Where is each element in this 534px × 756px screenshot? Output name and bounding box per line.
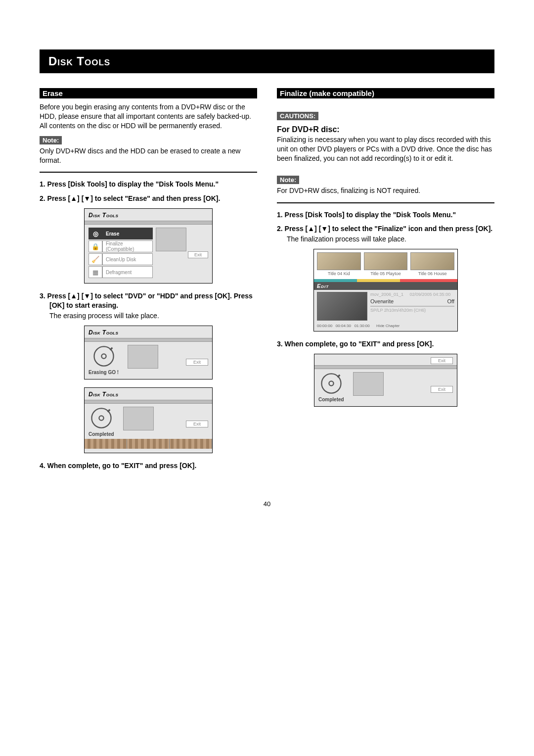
- menu-item-finalize[interactable]: 🔒 Finalize (Compatible): [89, 240, 153, 252]
- edit-label: Edit: [314, 282, 457, 290]
- menu-label: Erase: [102, 228, 153, 239]
- menu-label: Defragment: [102, 266, 153, 278]
- edit-screenshot: Title 04 Kid Title 05 Playtoe Title 06 H…: [313, 249, 458, 331]
- menu-item-cleanup[interactable]: 🧹 CleanUp Disk: [89, 253, 153, 265]
- finalize-body: Finalizing is necessary when you want to…: [277, 135, 494, 163]
- finalize-steps: 1. Press [Disk Tools] to display the "Di…: [277, 210, 494, 244]
- overwrite-label: Overwrite Off: [370, 298, 454, 305]
- menu-item-defrag[interactable]: ▦ Defragment: [89, 266, 153, 278]
- hide-chapter: Hide Chapter: [376, 324, 400, 328]
- erasing-screenshot: Disk Tools Erasing GO ! Exit: [84, 326, 213, 379]
- exit-button[interactable]: Exit: [186, 359, 208, 366]
- erase-steps-cont: 3. Press [▲] [▼] to select "DVD" or "HDD…: [40, 291, 257, 321]
- menu-item-erase[interactable]: ◎ Erase: [89, 228, 153, 239]
- thumb[interactable]: Title 04 Kid: [317, 252, 361, 276]
- erase-step-1: 1. Press [Disk Tools] to display the "Di…: [40, 180, 257, 189]
- step-text: 3. Press [▲] [▼] to select "DVD" or "HDD…: [40, 292, 253, 309]
- status-icon-column: Completed: [318, 372, 344, 402]
- title-thumbnails: Title 04 Kid Title 05 Playtoe Title 06 H…: [314, 249, 457, 279]
- page-number: 40: [40, 500, 494, 508]
- erase-steps: 1. Press [Disk Tools] to display the "Di…: [40, 180, 257, 203]
- exit-button-top[interactable]: Exit: [431, 357, 453, 364]
- ui-divider: [314, 365, 457, 369]
- thumb[interactable]: Title 05 Playtoe: [364, 252, 408, 276]
- exit-button[interactable]: Exit: [188, 251, 208, 258]
- two-column-layout: Erase Before you begin erasing any conte…: [40, 88, 494, 475]
- step-text: 2. Press [▲] [▼] to select the "Finalize…: [277, 225, 492, 233]
- step-subtext: The finalization process will take place…: [287, 235, 494, 244]
- erase-step-2: 2. Press [▲] [▼] to select "Erase" and t…: [40, 194, 257, 203]
- blocks-icon: ▦: [89, 266, 102, 278]
- finalize-step-1: 1. Press [Disk Tools] to display the "Di…: [277, 210, 494, 220]
- svg-point-1: [101, 354, 106, 358]
- note-text: For DVD+RW discs, finalizing is NOT requ…: [277, 186, 494, 195]
- for-dvdr-heading: For DVD+R disc:: [277, 125, 494, 134]
- ui-divider: [85, 400, 212, 404]
- finalize-steps-end: 3. When complete, go to "EXIT" and press…: [277, 339, 494, 349]
- lock-icon: 🔒: [89, 240, 102, 252]
- erase-header: Erase: [40, 88, 257, 98]
- disc-spin-icon: [320, 372, 343, 395]
- erase-step-3: 3. Press [▲] [▼] to select "DVD" or "HDD…: [40, 291, 257, 321]
- disc-spin-icon: [90, 407, 113, 429]
- preview-box: [156, 228, 186, 251]
- ui-title: Disk Tools: [89, 391, 208, 398]
- ui-title: Disk Tools: [89, 212, 208, 219]
- note-label: Note:: [40, 136, 62, 144]
- disc-spin-icon: [92, 345, 115, 368]
- edit-footer: 00:00:00 00:04:30 01:30:00 Hide Chapter: [314, 323, 457, 331]
- note-label: Note:: [277, 176, 299, 184]
- preview-pane: [317, 292, 367, 321]
- status-text: Completed: [89, 431, 114, 437]
- edit-info: mov_2006_01_1 02/09/2005 04:35:00 Overwr…: [370, 292, 454, 321]
- preview-box: [128, 345, 158, 369]
- disk-tools-menu-screenshot: Disk Tools ◎ Erase 🔒 Finalize (Compatibl…: [84, 208, 213, 284]
- divider: [40, 172, 257, 173]
- cautions-label: CAUTIONS:: [277, 112, 318, 120]
- ui-divider: [85, 338, 212, 342]
- svg-point-5: [329, 381, 333, 386]
- svg-point-3: [99, 416, 103, 420]
- note-text: Only DVD+RW discs and the HDD can be era…: [40, 146, 257, 165]
- status-icon-column: Erasing GO !: [89, 345, 119, 375]
- exit-button[interactable]: Exit: [431, 386, 453, 393]
- menu-label: Finalize (Compatible): [102, 240, 153, 252]
- finalize-header: Finalize (make compatible): [277, 88, 494, 98]
- exit-button[interactable]: Exit: [186, 421, 208, 427]
- disc-icon: ◎: [89, 228, 102, 239]
- finalize-completed-screenshot: Exit Completed Exit: [314, 354, 457, 407]
- right-column: Finalize (make compatible) CAUTIONS: For…: [277, 88, 494, 475]
- brush-icon: 🧹: [89, 253, 102, 265]
- finalize-step-2: 2. Press [▲] [▼] to select the "Finalize…: [277, 224, 494, 244]
- thumbnail-strip: [85, 439, 212, 449]
- preview-box: [123, 407, 154, 430]
- ui-title: Disk Tools: [89, 329, 208, 336]
- status-text: Erasing GO !: [89, 370, 119, 375]
- left-column: Erase Before you begin erasing any conte…: [40, 88, 257, 475]
- completed-screenshot: Disk Tools Completed Exit: [84, 387, 213, 453]
- menu-label: CleanUp Disk: [102, 253, 153, 265]
- step-subtext: The erasing process will take place.: [49, 311, 257, 321]
- status-icon-column: Completed: [89, 407, 114, 437]
- status-text: Completed: [318, 397, 344, 402]
- finalize-step-3: 3. When complete, go to "EXIT" and press…: [277, 339, 494, 349]
- page-title-bar: Disk Tools: [40, 49, 494, 73]
- preview-box: [353, 372, 384, 396]
- thumb[interactable]: Title 06 House: [410, 252, 454, 276]
- erase-steps-end: 4. When complete, go to "EXIT" and press…: [40, 461, 257, 471]
- manual-page: Disk Tools Erase Before you begin erasin…: [0, 0, 534, 527]
- erase-intro: Before you begin erasing any contents fr…: [40, 102, 257, 131]
- erase-step-4: 4. When complete, go to "EXIT" and press…: [40, 461, 257, 471]
- ui-divider: [85, 221, 212, 225]
- divider: [277, 202, 494, 203]
